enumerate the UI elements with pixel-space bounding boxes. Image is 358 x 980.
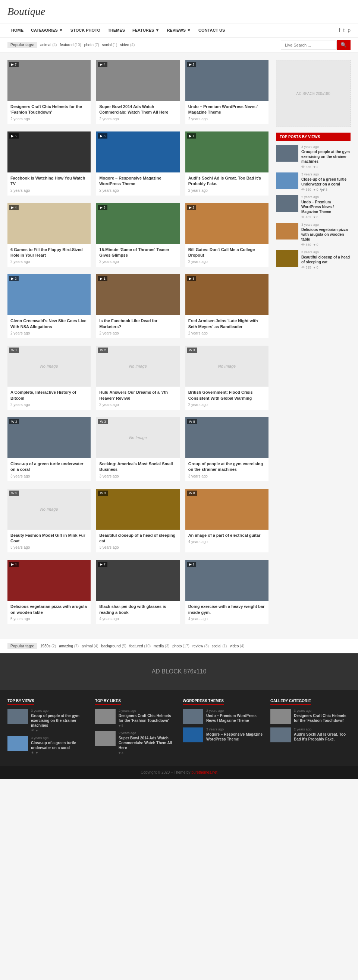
post-title[interactable]: Close-up of a green turtle underwater on… <box>10 461 88 473</box>
post-title[interactable]: Beautiful closeup of a head of sleeping … <box>99 533 176 544</box>
tag-review[interactable]: review (3) <box>192 644 209 648</box>
post-title[interactable]: Doing exercise with a heavy weight bar i… <box>188 604 265 615</box>
post-title[interactable]: An image of a part of electrical guitar <box>188 533 265 538</box>
footer-copyright: Copyright © 2020 – Theme by purethemes.n… <box>8 770 350 775</box>
tag-1930s[interactable]: 1930s (2) <box>40 644 56 648</box>
sidebar-post-title[interactable]: Undo – Premium WordPress News / Magazine… <box>301 200 350 214</box>
post-date: 4 years ago <box>188 617 265 621</box>
nav-links: HOME CATEGORIES ▼ STOCK PHOTO THEMES FEA… <box>8 24 229 37</box>
post-card: ▶ 1 Is the Facebook Like Dead for Market… <box>96 274 179 338</box>
post-info: Black shar-pei dog with glasses is readi… <box>96 601 179 624</box>
post-info: Mogore – Responsive Magazine WordPress T… <box>96 172 179 196</box>
post-title[interactable]: Beauty Fashion Model Girl in Mink Fur Co… <box>10 533 88 544</box>
twitter-icon[interactable]: t <box>343 27 345 33</box>
nav-features[interactable]: FEATURES ▼ <box>129 24 163 37</box>
post-badge: ▶ 4 <box>9 205 19 210</box>
nav-categories[interactable]: CATEGORIES ▼ <box>27 24 67 37</box>
sidebar-post-title[interactable]: Group of people at the gym exercising on… <box>301 150 350 164</box>
sidebar-post-title[interactable]: Close-up of a green turtle underwater on… <box>301 177 350 187</box>
sidebar: AD SPACE 200x180 TOP POSTS BY VIEWS 3 ye… <box>276 60 350 632</box>
footer-post-title[interactable]: Mogore – Responsive Magazine WordPress T… <box>206 732 263 741</box>
post-badge: W 8 <box>187 490 197 496</box>
post-title[interactable]: A Complete, Interactive History of Bitco… <box>10 390 88 401</box>
post-info: Close-up of a green turtle underwater on… <box>8 458 91 481</box>
post-title[interactable]: Designers Craft Chic Helmets for the 'Fa… <box>10 104 88 116</box>
post-title[interactable]: Hulu Answers Our Dreams of a '7th Heaven… <box>99 390 176 401</box>
footer-post-title[interactable]: Group of people at the gym exercising on… <box>31 713 88 728</box>
footer-section-gallery: GALLERY CATEGORIE 3 years ago Designers … <box>270 697 350 758</box>
footer-section-likes: TOP BY LIKES 2 years ago Designers Craft… <box>95 697 175 758</box>
post-badge: W 2 <box>98 347 108 353</box>
post-title[interactable]: Fred Armisen Joins 'Late Night with Seth… <box>188 318 265 329</box>
footer-post-title[interactable]: Super Bowl 2014 Ads Watch Commercials: W… <box>118 736 175 750</box>
pinterest-icon[interactable]: p <box>348 27 350 33</box>
tag-photo[interactable]: photo (17) <box>172 644 189 648</box>
site-logo[interactable]: Boutique <box>8 6 350 18</box>
tag-featured[interactable]: featured (10) <box>60 43 81 47</box>
post-title[interactable]: Delicious vegetarian pizza with arugula … <box>10 604 88 615</box>
post-image: ▶ 7 <box>8 60 91 101</box>
tag-photo[interactable]: photo (7) <box>84 43 99 47</box>
post-card: No Image W 2 Hulu Answers Our Dreams of … <box>96 346 179 410</box>
post-card: No Image W 3 British Government: Flood C… <box>185 346 268 410</box>
content-area: ▶ 7 Designers Craft Chic Helmets for the… <box>8 60 268 632</box>
post-info: Group of people at the gym exercising on… <box>185 458 268 481</box>
post-date: 4 years ago <box>188 540 265 544</box>
footer-post-info: 3 years ago Mogore – Responsive Magazine… <box>206 727 263 742</box>
post-title[interactable]: Seeking: America's Most Social Small Bus… <box>99 461 176 473</box>
post-card: ▶ 2 Glenn Greenwald's New Site Goes Live… <box>8 274 91 338</box>
tag-animal[interactable]: animal (4) <box>82 644 98 648</box>
nav-stock-photo[interactable]: STOCK PHOTO <box>67 24 104 37</box>
tag-media[interactable]: media (3) <box>153 644 169 648</box>
post-title[interactable]: Facebook Is Watching How You Watch TV <box>10 175 88 187</box>
nav-themes[interactable]: THEMES <box>104 24 129 37</box>
tag-social[interactable]: social (1) <box>102 43 117 47</box>
sidebar-post-title[interactable]: Beautiful closeup of a head of sleeping … <box>301 255 350 264</box>
nav-home[interactable]: HOME <box>8 24 27 37</box>
header: Boutique <box>0 0 358 24</box>
tag-video[interactable]: video (4) <box>120 43 134 47</box>
tag-video[interactable]: video (4) <box>230 644 244 648</box>
facebook-icon[interactable]: f <box>339 27 340 33</box>
post-date: 2 years ago <box>188 259 265 264</box>
nav-reviews[interactable]: REVIEWS ▼ <box>163 24 195 37</box>
post-title[interactable]: Undo – Premium WordPress News / Magazine… <box>188 104 265 116</box>
sidebar-post-image <box>276 250 298 267</box>
footer-theme-link[interactable]: purethemes.net <box>191 770 217 775</box>
post-date: 3 years ago <box>10 474 88 478</box>
footer-post-date: 3 years ago <box>206 727 263 731</box>
search-input[interactable] <box>281 41 337 49</box>
post-title[interactable]: British Government: Flood Crisis Consist… <box>188 390 265 401</box>
tag-animal[interactable]: animal (4) <box>40 43 57 47</box>
nav-contact[interactable]: CONTACT US <box>195 24 229 37</box>
tag-background[interactable]: background (5) <box>101 644 126 648</box>
post-title[interactable]: Black shar-pei dog with glasses is readi… <box>99 604 176 615</box>
footer-post-title[interactable]: Close-up of a green turtle underwater on… <box>31 740 88 750</box>
tag-social[interactable]: social (1) <box>212 644 227 648</box>
tag-featured[interactable]: featured (10) <box>129 644 151 648</box>
post-title[interactable]: Mogore – Responsive Magazine WordPress T… <box>99 175 176 187</box>
post-title[interactable]: Glenn Greenwald's New Site Goes Live Wit… <box>10 318 88 329</box>
footer-post-title[interactable]: Designers Craft Chic Helmets for the 'Fa… <box>294 713 350 723</box>
footer-post-image <box>95 709 116 724</box>
search-button[interactable]: 🔍 <box>337 40 350 50</box>
sidebar-post-title[interactable]: Delicious vegetarian pizza with arugula … <box>301 227 350 242</box>
post-title[interactable]: Bill Gates: Don't Call Me a College Drop… <box>188 247 265 258</box>
post-card: ▶ 1 Audi's Sochi Ad Is Great. Too Bad It… <box>185 132 268 196</box>
post-title[interactable]: 6 Games to Fill the Flappy Bird-Sized Ho… <box>10 247 88 258</box>
post-info: Beautiful closeup of a head of sleeping … <box>96 530 179 553</box>
post-card: No Image W 1 A Complete, Interactive His… <box>8 346 91 410</box>
post-title[interactable]: Super Bowl 2014 Ads Watch Commercials: W… <box>99 104 176 116</box>
footer-post: 3 years ago Mogore – Responsive Magazine… <box>183 727 263 742</box>
footer-post-meta: 👁♥ <box>31 729 88 732</box>
post-badge: ▶ 2 <box>187 205 197 210</box>
footer-section-themes: WORDPRESS THEMES 2 years ago Undo – Prem… <box>183 697 263 758</box>
tag-amazing[interactable]: amazing (7) <box>59 644 79 648</box>
post-title[interactable]: Group of people at the gym exercising on… <box>188 461 265 473</box>
post-title[interactable]: Is the Facebook Like Dead for Marketers? <box>99 318 176 329</box>
footer-post-title[interactable]: Undo – Premium WordPress News / Magazine… <box>206 713 263 723</box>
footer-post-title[interactable]: Audi's Sochi Ad Is Great. Too Bad It's P… <box>294 732 350 741</box>
post-title[interactable]: Audi's Sochi Ad Is Great. Too Bad It's P… <box>188 175 265 187</box>
footer-post-title[interactable]: Designers Craft Chic Helmets for the 'Fa… <box>118 713 175 723</box>
post-title[interactable]: 15-Minute 'Game of Thrones' Teaser Gives… <box>99 247 176 258</box>
